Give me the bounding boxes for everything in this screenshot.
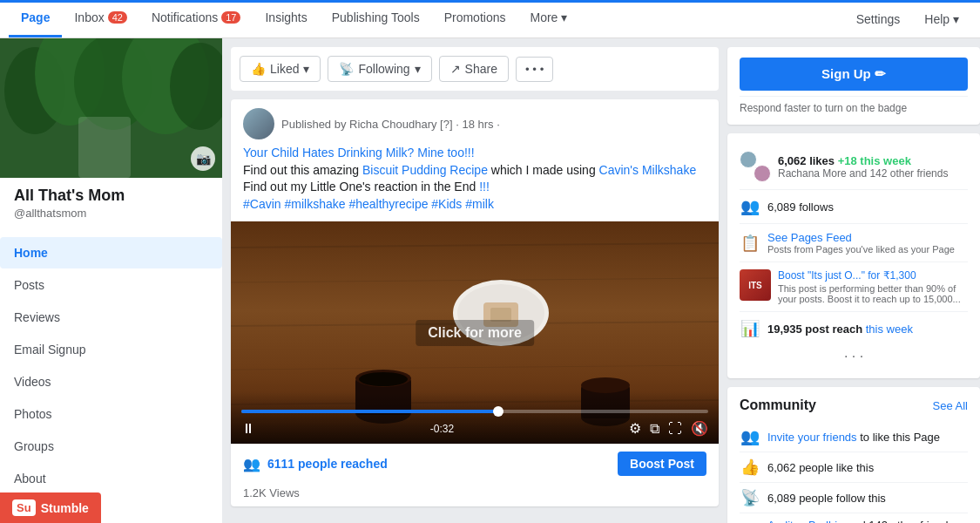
post-reach-icon: 📊 xyxy=(740,319,760,338)
camera-icon[interactable]: 📷 xyxy=(191,146,215,171)
page-info: All That's Mom @allthatsmom xyxy=(0,178,222,228)
follows-row: 👥 6,089 follows xyxy=(740,190,968,224)
post-line-3: Find out my Little One's reaction in the… xyxy=(243,179,706,196)
community-friends-text: Aaditya Budhia and 142 other friends lik… xyxy=(767,519,968,523)
community-header: Community See All xyxy=(740,397,968,413)
nav-page[interactable]: Page xyxy=(9,0,62,37)
video-player[interactable]: Click for more ⏸ -0:32 ⚙ ⧉ ⛶ 🔇 xyxy=(231,221,719,444)
dropdown-arrow-following-icon: ▾ xyxy=(415,62,421,76)
community-invite-item: 👥 Invite your friends to like this Page xyxy=(740,422,968,452)
svg-point-20 xyxy=(359,372,408,386)
boost-post-desc: This post is performing better than 90% … xyxy=(778,283,968,304)
top-navigation: Page Inbox 42 Notifications 17 Insights … xyxy=(0,0,980,38)
follows-count-icon: 📡 xyxy=(740,488,760,507)
community-card: Community See All 👥 Invite your friends … xyxy=(727,387,980,523)
likes-info: 6,062 likes +18 this week Rachana More a… xyxy=(778,154,948,180)
see-pages-feed-link[interactable]: See Pages Feed xyxy=(767,231,852,244)
click-for-more-overlay[interactable]: Click for more xyxy=(416,320,534,346)
pip-icon[interactable]: ⧉ xyxy=(650,421,659,437)
nav-more[interactable]: More ▾ xyxy=(517,0,579,37)
likes-count-icon: 👍 xyxy=(740,458,760,477)
post-header: Published by Richa Choudhary [?] · 18 hr… xyxy=(231,99,719,145)
sidebar-item-groups[interactable]: Groups xyxy=(0,431,222,462)
notifications-badge: 17 xyxy=(221,11,240,24)
share-button[interactable]: ↗ Share xyxy=(439,56,509,82)
signup-button[interactable]: Sign Up ✏ xyxy=(740,58,968,91)
post-avatar xyxy=(243,108,274,139)
sidebar-item-videos[interactable]: Videos xyxy=(0,366,222,397)
nav-help[interactable]: Help ▾ xyxy=(912,12,971,26)
following-label: Following xyxy=(358,62,409,76)
sidebar-item-posts[interactable]: Posts xyxy=(0,269,222,301)
community-title: Community xyxy=(740,397,816,413)
pause-icon[interactable]: ⏸ xyxy=(241,421,255,437)
sidebar-item-email-signup[interactable]: Email Signup xyxy=(0,334,222,365)
boost-post-thumbnail: ITS xyxy=(740,269,771,301)
community-likes-count: 6,062 people like this xyxy=(767,461,874,474)
boost-post-link[interactable]: Boost "Its just O..." for ₹1,300 xyxy=(778,269,916,282)
video-controls: ⏸ -0:32 ⚙ ⧉ ⛶ 🔇 xyxy=(231,392,719,444)
post-stats: 👥 6111 people reached Boost Post xyxy=(231,444,719,483)
friend-avatar-1 xyxy=(740,151,757,168)
likes-avatar-group xyxy=(740,151,771,182)
boost-post-button[interactable]: Boost Post xyxy=(618,452,706,476)
post-meta: Published by Richa Choudhary [?] · 18 hr… xyxy=(281,118,706,131)
sidebar-item-home[interactable]: Home xyxy=(0,237,222,268)
stumbleupon-bar[interactable]: Su Stumble xyxy=(0,492,101,523)
center-content: 👍 Liked ▾ 📡 Following ▾ ↗ Share • • • xyxy=(222,38,727,523)
post-views: 1.2K Views xyxy=(231,483,719,506)
inbox-badge: 42 xyxy=(108,11,127,24)
invite-friends-icon: 👥 xyxy=(740,427,760,446)
sidebar-item-reviews[interactable]: Reviews xyxy=(0,302,222,333)
svg-point-23 xyxy=(581,377,630,393)
post-reach-row: 📊 19,935 post reach this week xyxy=(740,312,968,345)
nav-notifications[interactable]: Notifications 17 xyxy=(139,0,253,37)
video-progress-fill xyxy=(241,410,498,413)
community-follows-count: 6,089 people follow this xyxy=(767,492,886,505)
nav-more-label: More ▾ xyxy=(530,10,567,24)
nav-insights-label: Insights xyxy=(265,10,307,24)
stumble-su-icon: Su xyxy=(12,499,36,516)
nav-publishing-tools[interactable]: Publishing Tools xyxy=(320,0,432,37)
invite-friends-text: Invite your friends to like this Page xyxy=(767,431,940,444)
see-pages-feed-info: See Pages Feed Posts from Pages you've l… xyxy=(767,231,955,255)
dropdown-arrow-icon: ▾ xyxy=(303,62,309,76)
boost-post-info: Boost "Its just O..." for ₹1,300 This po… xyxy=(778,269,968,304)
liked-label: Liked xyxy=(270,62,299,76)
thumbs-up-icon: 👍 xyxy=(251,62,266,76)
nav-settings[interactable]: Settings xyxy=(844,12,913,26)
sidebar-item-photos[interactable]: Photos xyxy=(0,398,222,430)
post-author: Published by Richa Choudhary [?] · 18 hr… xyxy=(281,118,706,131)
post-body: Your Child Hates Drinking Milk? Mine too… xyxy=(231,145,719,221)
nav-insights[interactable]: Insights xyxy=(253,0,319,37)
likes-friends: Rachana More and 142 other friends xyxy=(778,167,948,180)
reach-count: 6111 people reached xyxy=(267,457,388,471)
likes-row: 6,062 likes +18 this week Rachana More a… xyxy=(740,144,968,190)
nav-notifications-label: Notifications xyxy=(152,10,218,24)
page-name: All That's Mom xyxy=(14,187,208,205)
action-bar: 👍 Liked ▾ 📡 Following ▾ ↗ Share • • • xyxy=(231,47,719,91)
share-icon: ↗ xyxy=(450,62,461,76)
see-pages-feed-desc: Posts from Pages you've liked as your Pa… xyxy=(767,244,955,255)
video-time: -0:32 xyxy=(430,423,454,435)
mute-icon[interactable]: 🔇 xyxy=(691,420,708,437)
nav-promotions[interactable]: Promotions xyxy=(432,0,518,37)
share-label: Share xyxy=(465,62,497,76)
friend-avatar-2 xyxy=(754,165,771,182)
more-options-button[interactable]: • • • xyxy=(516,57,553,82)
community-follows-item: 📡 6,089 people follow this xyxy=(740,483,968,513)
follows-icon: 👥 xyxy=(740,197,760,216)
fullscreen-icon[interactable]: ⛶ xyxy=(668,421,682,437)
nav-promotions-label: Promotions xyxy=(444,10,506,24)
sidebar-item-about[interactable]: About xyxy=(0,463,222,494)
signup-card: Sign Up ✏ Respond faster to turn on the … xyxy=(727,47,980,125)
see-all-link[interactable]: See All xyxy=(933,399,968,412)
following-button[interactable]: 📡 Following ▾ xyxy=(328,56,431,82)
community-friends-item: 👥 Aaditya Budhia and 142 other friends l… xyxy=(740,513,968,523)
video-progress-bar[interactable] xyxy=(241,410,708,413)
settings-icon[interactable]: ⚙ xyxy=(629,420,641,437)
nav-inbox[interactable]: Inbox 42 xyxy=(62,0,139,37)
nav-publishing-tools-label: Publishing Tools xyxy=(332,10,420,24)
liked-button[interactable]: 👍 Liked ▾ xyxy=(240,56,321,82)
sidebar-navigation: Home Posts Reviews Email Signup Videos P… xyxy=(0,237,222,494)
